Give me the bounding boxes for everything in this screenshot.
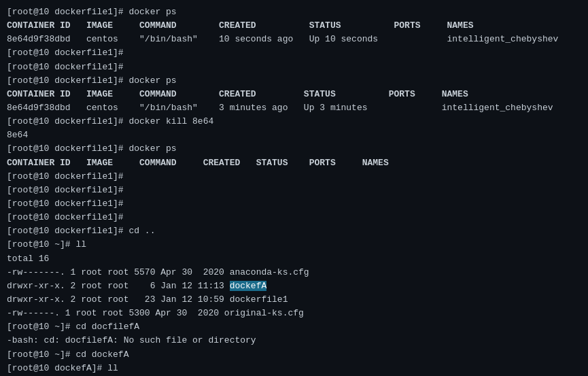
terminal-line: [root@10 ~]# ll: [7, 238, 581, 252]
terminal-line: drwxr-xr-x. 2 root root 23 Jan 12 10:59 …: [7, 293, 581, 307]
terminal-line: 8e64d9f38dbd centos "/bin/bash" 3 minute…: [7, 101, 581, 115]
terminal-line: [root@10 dockerfile1]#: [7, 61, 581, 74]
terminal-line: [root@10 dockerfile1]#: [7, 170, 581, 184]
terminal-line: 8e64: [7, 129, 581, 142]
terminal-line: 8e64d9f38dbd centos "/bin/bash" 10 secon…: [7, 33, 581, 46]
terminal-line: CONTAINER ID IMAGE COMMAND CREATED STATU…: [7, 88, 581, 101]
terminal-line: CONTAINER ID IMAGE COMMAND CREATED STATU…: [7, 156, 581, 170]
terminal-line: [root@10 dockerfile1]#: [7, 46, 581, 60]
terminal-line: -bash: cd: docfilefA: No such file or di…: [7, 334, 581, 347]
terminal-line: total 16: [7, 252, 581, 266]
terminal-line: [root@10 dockerfile1]# docker ps: [7, 74, 581, 88]
terminal-line: -rw-------. 1 root root 5570 Apr 30 2020…: [7, 266, 581, 279]
terminal-line: [root@10 dockerfile1]#: [7, 197, 581, 211]
terminal-line: [root@10 dockerfile1]#: [7, 184, 581, 197]
terminal-line: [root@10 dockerfile1]# docker ps: [7, 142, 581, 156]
terminal-line: [root@10 dockerfile1]#: [7, 211, 581, 224]
terminal-line: [root@10 ~]# cd dockefA: [7, 348, 581, 362]
highlighted-text: dockefA: [230, 281, 267, 291]
terminal-line: [root@10 dockerfile1]# docker kill 8e64: [7, 115, 581, 129]
terminal-line: [root@10 dockerfile1]# docker ps: [7, 5, 581, 19]
terminal-window: [root@10 dockerfile1]# docker psCONTAINE…: [0, 0, 588, 376]
terminal-line: [root@10 ~]# cd docfilefA: [7, 320, 581, 334]
terminal-line: drwxr-xr-x. 2 root root 6 Jan 12 11:13 d…: [7, 279, 581, 293]
terminal-line: CONTAINER ID IMAGE COMMAND CREATED STATU…: [7, 19, 581, 33]
terminal-line: [root@10 dockefA]# ll: [7, 362, 581, 375]
terminal-content: [root@10 dockerfile1]# docker psCONTAINE…: [7, 5, 581, 376]
terminal-line: [root@10 dockerfile1]# cd ..: [7, 224, 581, 238]
terminal-line: -rw------. 1 root root 5300 Apr 30 2020 …: [7, 307, 581, 320]
